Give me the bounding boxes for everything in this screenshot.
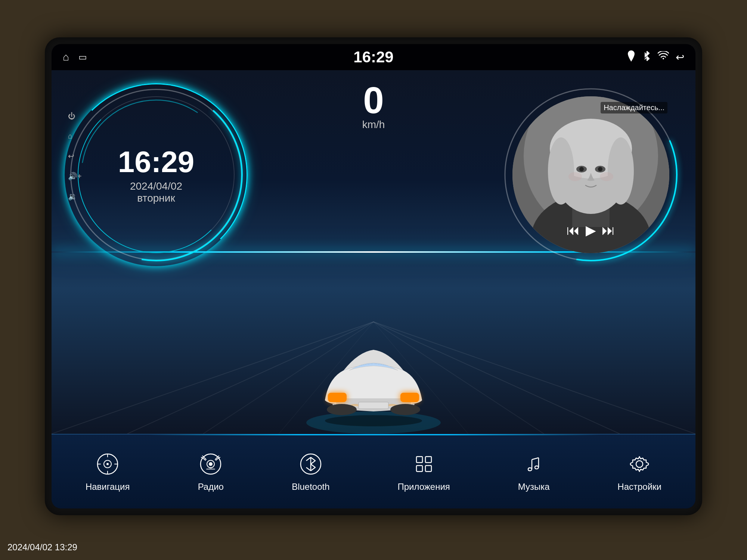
svg-line-59 xyxy=(532,458,539,460)
svg-rect-37 xyxy=(400,393,419,402)
clock-time: 16:29 xyxy=(118,146,195,178)
play-button[interactable]: ▶ xyxy=(586,223,596,238)
multitask-button[interactable]: ▭ xyxy=(78,52,87,62)
home-button[interactable]: ⌂ xyxy=(63,51,69,63)
power-button[interactable]: ⏻ xyxy=(68,112,82,121)
music-controls: ⏮ ▶ ⏭ xyxy=(567,223,615,238)
svg-rect-55 xyxy=(416,466,422,472)
physical-buttons: ⏻ ⌂ ↩ 🔊+ 🔉 xyxy=(68,112,82,201)
speed-unit: km/h xyxy=(362,119,385,131)
svg-rect-53 xyxy=(416,457,422,463)
prev-track-button[interactable]: ⏮ xyxy=(567,223,580,238)
screen: ⌂ ▭ 16:29 xyxy=(52,44,695,508)
nav-item-apps[interactable]: Приложения xyxy=(390,447,457,496)
nav-item-settings[interactable]: Настройки xyxy=(610,447,669,496)
back-nav-icon[interactable]: ↩ xyxy=(676,51,684,63)
nav-label-bluetooth: Bluetooth xyxy=(292,482,329,492)
svg-point-60 xyxy=(636,461,643,467)
gps-icon xyxy=(626,50,636,64)
bluetooth-icon xyxy=(643,50,651,64)
clock-circle: 16:29 2024/04/02 вторник xyxy=(70,89,242,261)
svg-rect-50 xyxy=(210,467,212,469)
svg-point-32 xyxy=(600,172,613,181)
nav-item-music[interactable]: Музыка xyxy=(511,447,557,496)
nav-bar: Навигация xyxy=(52,434,695,508)
svg-point-31 xyxy=(568,172,582,181)
clock-content: 16:29 2024/04/02 вторник xyxy=(70,89,242,261)
nav-label-music: Музыка xyxy=(518,482,550,492)
main-content: 0 km/h xyxy=(52,70,695,434)
volume-up-button[interactable]: 🔊+ xyxy=(68,172,82,181)
apps-icon xyxy=(411,451,437,477)
svg-rect-36 xyxy=(328,393,347,402)
radio-icon xyxy=(198,451,224,477)
bluetooth-nav-icon xyxy=(298,451,324,477)
svg-point-26 xyxy=(608,137,634,205)
svg-point-42 xyxy=(390,404,420,415)
next-track-button[interactable]: ⏭ xyxy=(602,223,615,238)
nav-item-radio[interactable]: Радио xyxy=(190,447,231,496)
status-right: ↩ xyxy=(626,50,684,64)
nav-label-radio: Радио xyxy=(198,482,224,492)
status-left: ⌂ ▭ xyxy=(63,51,87,63)
nav-item-navigation[interactable]: Навигация xyxy=(78,447,137,496)
speed-display: 0 km/h xyxy=(362,81,385,131)
svg-rect-56 xyxy=(425,466,431,472)
svg-point-34 xyxy=(325,415,422,426)
photo-timestamp: 2024/04/02 13:29 xyxy=(7,542,77,553)
status-time: 16:29 xyxy=(353,48,393,66)
nav-label-settings: Настройки xyxy=(617,482,661,492)
svg-point-25 xyxy=(548,137,574,205)
status-bar: ⌂ ▭ 16:29 xyxy=(52,44,695,70)
volume-down-button[interactable]: 🔉 xyxy=(68,192,82,201)
svg-point-45 xyxy=(106,463,109,465)
speed-value: 0 xyxy=(362,81,385,119)
music-circle[interactable]: Наслаждайтесь... ⏮ ▶ ⏭ xyxy=(505,89,677,261)
back-physical-button[interactable]: ↩ xyxy=(68,152,82,161)
svg-point-41 xyxy=(327,404,357,415)
svg-rect-54 xyxy=(425,457,431,463)
clock-date: 2024/04/02 xyxy=(130,180,182,192)
nav-item-bluetooth[interactable]: Bluetooth xyxy=(284,447,337,496)
svg-point-48 xyxy=(209,462,213,466)
music-title: Наслаждайтесь... xyxy=(601,102,667,113)
car-area xyxy=(280,303,467,434)
clock-day: вторник xyxy=(137,192,175,204)
nav-label-navigation: Навигация xyxy=(86,482,130,492)
settings-icon xyxy=(626,451,653,477)
home-physical-button[interactable]: ⌂ xyxy=(68,132,82,140)
navigation-icon xyxy=(94,451,121,477)
svg-rect-49 xyxy=(206,469,215,470)
svg-point-29 xyxy=(579,167,584,171)
svg-point-30 xyxy=(598,167,602,171)
nav-label-apps: Приложения xyxy=(397,482,450,492)
device-frame: ● MIC ○ RST ⏻ ⌂ ↩ 🔊+ 🔉 ⌂ ▭ 16:29 xyxy=(45,37,702,515)
svg-rect-40 xyxy=(359,402,388,409)
wifi-icon xyxy=(658,51,669,63)
music-nav-icon xyxy=(521,451,547,477)
